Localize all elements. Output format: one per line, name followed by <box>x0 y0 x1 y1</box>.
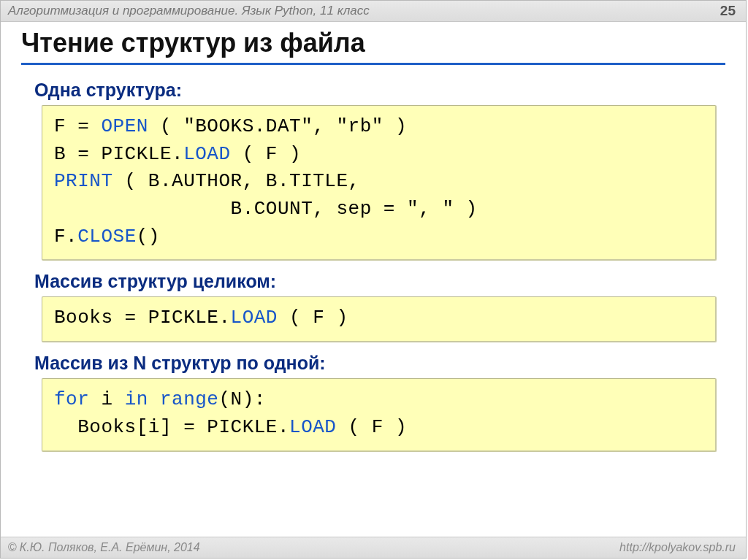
section-heading-3-text: Массив из N структур по одной <box>34 353 319 373</box>
footer-url: http://kpolyakov.spb.ru <box>619 541 736 554</box>
slide-body: Одна структура: F = OPEN ( "BOOKS.DAT", … <box>1 65 746 452</box>
section-heading-1: Одна структура: <box>34 80 721 101</box>
section-heading-2-text: Массив структур целиком <box>34 271 270 291</box>
slide-footer: ©К.Ю. Поляков, Е.А. Ерёмин, 2014 http://… <box>1 537 746 558</box>
page-title: Чтение структур из файла <box>21 28 746 58</box>
code-block-1: F = OPEN ( "BOOKS.DAT", "rb" ) B = PICKL… <box>42 105 717 261</box>
colon: : <box>270 271 276 291</box>
slide-header: Алгоритмизация и программирование. Язык … <box>1 1 746 22</box>
breadcrumb: Алгоритмизация и программирование. Язык … <box>8 4 370 18</box>
page-number: 25 <box>720 3 736 19</box>
section-heading-2: Массив структур целиком: <box>34 271 721 292</box>
copyright-icon: © <box>8 541 17 553</box>
section-heading-3: Массив из N структур по одной: <box>34 353 721 374</box>
copyright-text: К.Ю. Поляков, Е.А. Ерёмин, 2014 <box>20 541 200 553</box>
code-block-3: for i in range(N): Books[i] = PICKLE.LOA… <box>42 378 717 451</box>
colon: : <box>319 353 325 373</box>
colon: : <box>176 80 182 100</box>
section-heading-1-text: Одна структура <box>34 80 176 100</box>
copyright: ©К.Ю. Поляков, Е.А. Ерёмин, 2014 <box>8 541 200 554</box>
code-block-2: Books = PICKLE.LOAD ( F ) <box>42 296 717 342</box>
